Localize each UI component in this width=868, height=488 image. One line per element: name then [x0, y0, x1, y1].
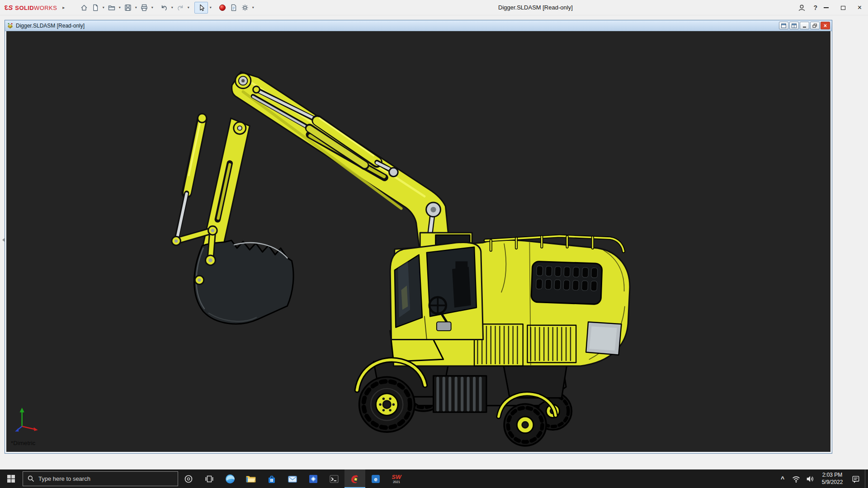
select-dropdown-arrow[interactable]: ▾ [208, 5, 213, 9]
wifi-icon [791, 474, 801, 484]
new-document-button[interactable] [90, 2, 101, 14]
brand-solid: SOLID [15, 5, 34, 11]
minimize-icon [824, 7, 829, 8]
volume-button[interactable] [803, 469, 818, 488]
pinned-photos[interactable] [303, 469, 324, 488]
excavator-cab[interactable] [390, 233, 483, 339]
doc-window-tool-button-2[interactable] [789, 22, 799, 29]
engine-grille [531, 261, 602, 304]
rebuild-button[interactable] [217, 2, 228, 14]
app-titlebar[interactable]: 3 S SOLID WORKS ▸ ▾ ▾ ▾ ▾ ▾ [0, 0, 868, 15]
open-button[interactable] [106, 2, 117, 14]
redo-dropdown-arrow[interactable]: ▾ [186, 5, 191, 9]
view-orientation-label: *Dimetric [11, 440, 36, 446]
pinned-mail[interactable] [282, 469, 303, 488]
brand-works: WORKS [34, 5, 57, 11]
doc-window-tool-button-1[interactable] [779, 22, 788, 29]
system-tray: ^ 2:03 PM 5/9/2022 [776, 469, 868, 488]
options-dropdown-arrow[interactable]: ▾ [250, 5, 255, 9]
taskbar: e SW 2021 ^ 2:03 PM 5/9/2022 [0, 469, 868, 488]
new-document-icon [91, 4, 99, 12]
home-button[interactable] [78, 2, 90, 14]
task-view-icon [205, 474, 214, 483]
chevron-left-icon [2, 238, 5, 242]
edrawings-icon: e [370, 474, 381, 484]
pinned-edge[interactable] [220, 469, 241, 488]
document-window: Digger.SLDASM [Read-only] × [5, 20, 832, 454]
assembly-document-icon [7, 22, 14, 29]
store-icon [266, 474, 277, 484]
app-close-button[interactable]: × [851, 0, 868, 15]
toolbar-flyout-icon[interactable]: ▸ [62, 5, 65, 10]
show-desktop-button[interactable] [865, 469, 868, 488]
print-icon [140, 4, 148, 12]
open-dropdown-arrow[interactable]: ▾ [117, 5, 122, 9]
gear-icon [241, 4, 249, 12]
file-properties-button[interactable] [228, 2, 239, 14]
file-explorer-icon [245, 474, 256, 484]
taskbar-clock[interactable]: 2:03 PM 5/9/2022 [818, 469, 847, 488]
orientation-triad[interactable] [13, 405, 41, 433]
window-split-icon [792, 23, 797, 28]
maximize-icon [841, 6, 845, 10]
cortana-icon [184, 474, 193, 483]
undo-icon [160, 4, 168, 12]
tray-expand-button[interactable]: ^ [776, 469, 789, 488]
excavator-model[interactable] [6, 31, 830, 452]
account-icon[interactable] [797, 4, 806, 12]
start-button[interactable] [0, 469, 22, 488]
search-icon [28, 475, 34, 482]
open-folder-icon [108, 4, 116, 12]
save-dropdown-arrow[interactable]: ▾ [133, 5, 138, 9]
windows-logo-icon [7, 475, 15, 483]
terminal-icon [329, 474, 340, 484]
pinned-solidworks-2021[interactable]: SW 2021 [386, 469, 407, 488]
solidworks-2021-icon: SW 2021 [392, 474, 401, 483]
task-view-button[interactable] [199, 469, 220, 488]
redo-button[interactable] [175, 2, 186, 14]
excavator-boom[interactable] [232, 72, 449, 253]
help-icon[interactable]: ? [813, 4, 817, 11]
quick-access-toolbar: ▾ ▾ ▾ ▾ ▾ ▾ ▾ [78, 0, 255, 15]
clock-time: 2:03 PM [822, 472, 843, 479]
select-cursor-icon [197, 4, 205, 12]
pinned-edrawings[interactable]: e [365, 469, 386, 488]
action-center-icon [851, 474, 860, 483]
network-button[interactable] [789, 469, 803, 488]
doc-minimize-button[interactable] [800, 22, 809, 29]
print-button[interactable] [138, 2, 150, 14]
undo-dropdown-arrow[interactable]: ▾ [170, 5, 175, 9]
solidworks-icon [349, 474, 360, 484]
edge-icon [225, 474, 236, 484]
app-minimize-button[interactable] [818, 0, 835, 15]
svg-text:e: e [374, 476, 377, 483]
pinned-file-explorer[interactable] [241, 469, 261, 488]
app-maximize-button[interactable] [835, 0, 851, 15]
mail-icon [287, 474, 298, 484]
document-titlebar[interactable]: Digger.SLDASM [Read-only] × [5, 20, 832, 31]
graphics-viewport[interactable]: *Dimetric [6, 31, 830, 452]
ds-logo-icon: 3 [5, 4, 8, 11]
cortana-button[interactable] [178, 469, 199, 488]
taskbar-search[interactable] [23, 471, 178, 486]
pinned-terminal[interactable] [324, 469, 344, 488]
pinned-store[interactable] [261, 469, 282, 488]
undo-button[interactable] [158, 2, 170, 14]
screen: 3 S SOLID WORKS ▸ ▾ ▾ ▾ ▾ ▾ [0, 0, 868, 488]
pinned-solidworks[interactable] [344, 469, 365, 488]
search-input[interactable] [38, 475, 173, 482]
print-dropdown-arrow[interactable]: ▾ [150, 5, 155, 9]
new-dropdown-arrow[interactable]: ▾ [101, 5, 106, 9]
save-button[interactable] [122, 2, 133, 14]
file-properties-icon [230, 4, 238, 12]
options-button[interactable] [239, 2, 250, 14]
select-tool-button[interactable] [194, 2, 208, 14]
rebuild-red-ball-icon [218, 4, 226, 12]
document-title: Digger.SLDASM [Read-only] [16, 23, 779, 29]
doc-close-button[interactable]: × [821, 22, 830, 29]
doc-restore-button[interactable] [810, 22, 820, 29]
minimize-icon [802, 23, 807, 28]
action-center-button[interactable] [847, 469, 865, 488]
save-icon [124, 4, 132, 12]
clock-date: 5/9/2022 [822, 479, 843, 486]
